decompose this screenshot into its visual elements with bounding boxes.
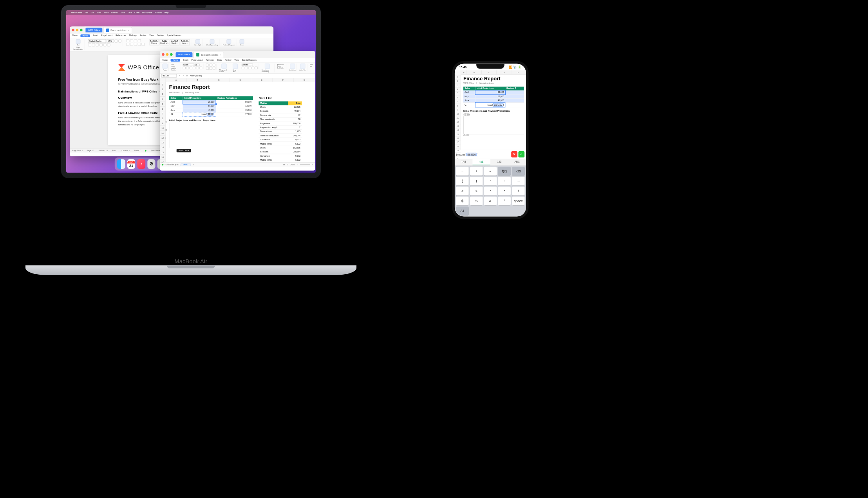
zoom-level[interactable]: 240% <box>290 164 295 166</box>
sheet-menu-row[interactable]: Menu Home Insert Page Layout Formulas Da… <box>160 58 315 63</box>
spreadsheet-window[interactable]: WPS Office Spreadsheet.xlsx × Menu Home … <box>160 51 315 170</box>
style-heading3[interactable]: AaBbCcHead... <box>180 39 190 45</box>
macos-menubar[interactable]: WPS Office File Edit View Insert Format … <box>66 10 316 15</box>
maximize-icon[interactable] <box>80 29 83 31</box>
menubar-workspace[interactable]: Workspace <box>142 11 152 14</box>
status-backup[interactable]: Local backup on <box>165 164 178 166</box>
kb-tab-tab[interactable]: TAB <box>455 159 473 165</box>
strike-icon[interactable] <box>99 43 103 46</box>
menu-special[interactable]: Special features <box>167 34 181 37</box>
copy-button[interactable]: Copy <box>76 46 80 48</box>
menu-special[interactable]: Special features <box>242 59 257 62</box>
menu-insert[interactable]: Insert <box>183 59 188 62</box>
percent-icon[interactable] <box>245 67 248 69</box>
projections-chart[interactable]: 150,000 100,000 50,000 WPS Office <box>169 123 253 148</box>
format-painter-button[interactable]: Format Painter <box>73 48 83 50</box>
tab-close-icon[interactable]: × <box>220 53 221 56</box>
app-home-tab[interactable]: WPS Office <box>175 52 192 57</box>
key-%[interactable]: % <box>470 197 483 205</box>
bold-icon[interactable] <box>183 67 186 69</box>
cut-button[interactable]: Cut <box>77 44 79 46</box>
cond-fmt-icon[interactable] <box>265 64 270 69</box>
zoom-in-icon[interactable]: + <box>312 164 313 166</box>
cancel-button[interactable]: ✕ <box>511 151 517 158</box>
paste-icon[interactable] <box>76 39 81 44</box>
style-heading2[interactable]: AaBbCHead... <box>170 39 179 45</box>
add-sheet-icon[interactable]: + <box>193 164 194 166</box>
key->[interactable]: > <box>470 187 483 195</box>
key-f(x)[interactable]: f(x) <box>498 167 511 176</box>
line-spacing-icon[interactable] <box>141 43 145 46</box>
close-icon[interactable] <box>72 29 74 31</box>
align-center-icon[interactable] <box>210 67 212 70</box>
key-$[interactable]: $ <box>456 197 469 205</box>
view-pagebreak-icon[interactable]: ⊡ <box>287 164 288 166</box>
writer-menu-row[interactable]: Menu Home Insert Page Layout References … <box>70 34 273 38</box>
menu-formulas[interactable]: Formulas <box>206 59 214 62</box>
menubar-edit[interactable]: Edit <box>90 11 94 14</box>
key-a1[interactable]: A1 <box>456 206 469 215</box>
key-=[interactable]: = <box>456 167 469 176</box>
fill-button[interactable]: Fill <box>310 66 312 67</box>
cell-style-button[interactable]: Cell Style <box>277 67 284 69</box>
align-center-icon[interactable] <box>130 43 133 46</box>
window-controls[interactable] <box>70 27 85 33</box>
font-color-icon[interactable] <box>199 67 202 69</box>
underline-icon[interactable] <box>96 43 99 46</box>
menu-menu[interactable]: Menu <box>72 34 78 37</box>
menu-page-layout[interactable]: Page Layout <box>191 59 203 62</box>
status-spell[interactable]: Spell Check <box>150 150 160 152</box>
autofilter-icon[interactable] <box>300 64 305 69</box>
name-box[interactable] <box>161 74 177 77</box>
row-headers[interactable]: 1234567891011121314151617 <box>160 78 165 163</box>
new-style-icon[interactable] <box>195 39 200 44</box>
table-row[interactable]: Bounce rate62 <box>259 113 302 117</box>
menubar-tools[interactable]: Tools <box>120 11 125 14</box>
align-right-icon[interactable] <box>213 67 215 70</box>
fill-color-icon[interactable] <box>196 67 199 69</box>
maximize-icon[interactable] <box>170 53 173 56</box>
copy-button[interactable]: Copy <box>171 66 175 67</box>
key-→[interactable]: → <box>512 177 525 185</box>
dec-inc-icon[interactable] <box>251 67 254 69</box>
font-color-icon[interactable] <box>103 43 107 46</box>
sheet-grid[interactable]: 1234567891011121314151617 ABCDEFG Financ… <box>160 78 315 163</box>
italic-icon[interactable] <box>92 43 95 46</box>
key-*[interactable]: * <box>498 187 511 195</box>
currency-icon[interactable] <box>242 67 244 69</box>
projections-chart[interactable] <box>463 116 524 134</box>
format-painter-button[interactable]: Format Painter <box>171 68 179 71</box>
view-normal-icon[interactable]: ⊞ <box>283 164 285 166</box>
table-row[interactable]: New sessions%58 <box>259 117 302 121</box>
align-justify-icon[interactable] <box>137 43 141 46</box>
dock-music-icon[interactable]: ♪ <box>137 159 145 169</box>
document-tab[interactable]: Document.docx × <box>103 27 132 33</box>
enter-formula-icon[interactable]: ✓ <box>183 74 184 77</box>
projections-table[interactable]: SalesInitial ProjectionsRevised Projecti… <box>169 96 253 116</box>
dock-finder-icon[interactable] <box>117 159 125 169</box>
keyboard-tabs[interactable]: TAB fxΣ 123 ABC <box>455 159 526 166</box>
ribbon-new-style[interactable]: New Style <box>193 39 203 46</box>
table-row[interactable]: Sessions49,694 <box>259 109 302 113</box>
table-row[interactable]: Converters9,973 <box>259 154 302 158</box>
bold-icon[interactable] <box>88 43 91 46</box>
bullets-icon[interactable] <box>126 39 129 42</box>
kb-tab-fx[interactable]: fxΣ <box>472 159 490 165</box>
key-space[interactable]: space <box>512 197 525 205</box>
table-row[interactable]: Converters9,973 <box>259 138 302 141</box>
typesetting-icon[interactable] <box>210 39 215 44</box>
font-size-select[interactable] <box>195 64 200 66</box>
key-+[interactable]: + <box>470 167 483 176</box>
key-([interactable]: ( <box>456 177 469 185</box>
fx-icon[interactable]: fx <box>186 74 188 77</box>
menu-mailings[interactable]: Mailings <box>129 34 137 37</box>
ribbon-select[interactable]: Select <box>239 39 246 46</box>
style-heading1[interactable]: AaBbHeading 1 <box>159 39 169 45</box>
table-row[interactable]: Users192,515 <box>259 146 302 150</box>
underline-icon[interactable] <box>190 67 192 69</box>
column-headers[interactable]: ABCDE <box>461 70 526 74</box>
menu-insert[interactable]: Insert <box>93 34 98 37</box>
dec-dec-icon[interactable] <box>255 67 258 69</box>
font-name-select[interactable] <box>88 39 106 43</box>
menu-review[interactable]: Review <box>225 59 231 62</box>
